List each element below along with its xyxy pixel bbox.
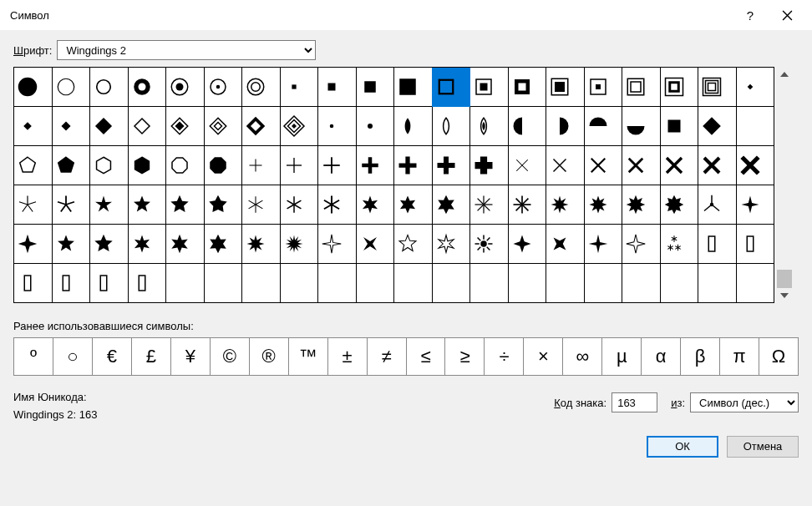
- symbol-cell[interactable]: [90, 225, 129, 264]
- cancel-button[interactable]: Отмена: [727, 436, 799, 458]
- symbol-cell[interactable]: [318, 146, 357, 185]
- recent-symbol[interactable]: π: [720, 338, 759, 375]
- code-input[interactable]: [612, 392, 657, 412]
- symbol-cell[interactable]: [394, 185, 433, 225]
- symbol-cell[interactable]: [394, 146, 433, 185]
- symbol-cell[interactable]: [280, 146, 318, 185]
- symbol-cell[interactable]: [318, 185, 357, 225]
- symbol-cell[interactable]: [546, 107, 585, 146]
- symbol-cell[interactable]: [546, 264, 585, 303]
- recent-symbol[interactable]: µ: [602, 338, 642, 375]
- symbol-cell[interactable]: [90, 68, 129, 107]
- symbol-cell[interactable]: [318, 107, 357, 146]
- scroll-up-icon[interactable]: [777, 67, 792, 82]
- symbol-cell[interactable]: [242, 146, 281, 185]
- symbol-cell[interactable]: [166, 107, 205, 146]
- symbol-cell[interactable]: [280, 185, 318, 225]
- symbol-cell[interactable]: [356, 68, 394, 107]
- symbol-cell[interactable]: [660, 68, 698, 107]
- symbol-cell[interactable]: [736, 68, 774, 107]
- recent-symbol[interactable]: £: [132, 338, 171, 375]
- from-select[interactable]: Символ (дес.): [690, 392, 799, 412]
- symbol-cell[interactable]: [280, 225, 318, 264]
- symbol-cell[interactable]: [90, 107, 129, 146]
- symbol-cell[interactable]: [394, 107, 433, 146]
- symbol-cell[interactable]: [128, 146, 166, 185]
- symbol-cell[interactable]: [584, 185, 622, 225]
- close-icon[interactable]: [769, 3, 805, 28]
- symbol-cell[interactable]: [356, 107, 394, 146]
- symbol-cell[interactable]: [660, 225, 698, 264]
- symbol-cell[interactable]: [660, 146, 698, 185]
- symbol-cell[interactable]: [546, 225, 585, 264]
- symbol-cell[interactable]: [394, 68, 433, 107]
- symbol-cell[interactable]: [508, 146, 546, 185]
- symbol-cell[interactable]: [736, 107, 774, 146]
- symbol-cell[interactable]: [166, 146, 205, 185]
- recent-symbol[interactable]: ○: [53, 338, 93, 375]
- symbol-cell[interactable]: [508, 185, 546, 225]
- recent-symbol[interactable]: ≥: [445, 338, 485, 375]
- symbol-cell[interactable]: [508, 264, 546, 303]
- symbol-cell[interactable]: [622, 68, 661, 107]
- symbol-cell[interactable]: [470, 146, 509, 185]
- symbol-cell[interactable]: [90, 146, 129, 185]
- symbol-cell[interactable]: [90, 264, 129, 303]
- symbol-cell[interactable]: [166, 185, 205, 225]
- symbol-cell[interactable]: [242, 107, 281, 146]
- symbol-cell[interactable]: [14, 264, 53, 303]
- symbol-cell[interactable]: [52, 225, 90, 264]
- symbol-cell[interactable]: [166, 264, 205, 303]
- symbol-cell[interactable]: [204, 185, 242, 225]
- recent-symbol[interactable]: ×: [524, 338, 563, 375]
- symbol-cell[interactable]: [204, 225, 242, 264]
- symbol-cell[interactable]: [508, 225, 546, 264]
- symbol-cell[interactable]: [546, 68, 585, 107]
- symbol-cell[interactable]: [52, 264, 90, 303]
- scroll-down-icon[interactable]: [777, 288, 792, 303]
- symbol-cell[interactable]: [14, 146, 53, 185]
- recent-symbol[interactable]: Ω: [759, 338, 798, 375]
- symbol-cell[interactable]: [14, 107, 53, 146]
- symbol-cell[interactable]: [432, 185, 470, 225]
- symbol-cell[interactable]: [432, 225, 470, 264]
- recent-symbol[interactable]: ≠: [368, 338, 407, 375]
- symbol-grid[interactable]: [13, 67, 774, 303]
- symbol-cell[interactable]: [736, 264, 774, 303]
- symbol-cell[interactable]: [432, 146, 470, 185]
- symbol-cell[interactable]: [432, 68, 470, 107]
- symbol-cell[interactable]: [204, 146, 242, 185]
- symbol-cell[interactable]: [698, 107, 737, 146]
- symbol-cell[interactable]: [470, 264, 509, 303]
- symbol-cell[interactable]: [280, 68, 318, 107]
- symbol-cell[interactable]: [698, 185, 737, 225]
- symbol-cell[interactable]: [622, 107, 661, 146]
- symbol-cell[interactable]: [736, 225, 774, 264]
- symbol-cell[interactable]: [508, 107, 546, 146]
- symbol-cell[interactable]: [356, 264, 394, 303]
- symbol-cell[interactable]: [508, 68, 546, 107]
- ok-button[interactable]: ОК: [647, 436, 718, 458]
- symbol-cell[interactable]: [584, 107, 622, 146]
- recent-symbol[interactable]: ©: [211, 338, 250, 375]
- symbol-cell[interactable]: [280, 107, 318, 146]
- symbol-cell[interactable]: [660, 107, 698, 146]
- recent-symbol[interactable]: ≤: [407, 338, 446, 375]
- symbol-cell[interactable]: [242, 225, 281, 264]
- symbol-cell[interactable]: [128, 107, 166, 146]
- symbol-cell[interactable]: [242, 264, 281, 303]
- symbol-cell[interactable]: [242, 185, 281, 225]
- symbol-cell[interactable]: [14, 68, 53, 107]
- symbol-cell[interactable]: [660, 185, 698, 225]
- symbol-cell[interactable]: [432, 264, 470, 303]
- symbol-cell[interactable]: [90, 185, 129, 225]
- symbol-cell[interactable]: [698, 264, 737, 303]
- scrollbar[interactable]: [776, 67, 793, 303]
- symbol-cell[interactable]: [584, 146, 622, 185]
- recent-symbol[interactable]: ¥: [171, 338, 211, 375]
- symbol-cell[interactable]: [166, 68, 205, 107]
- symbol-cell[interactable]: [356, 146, 394, 185]
- symbol-cell[interactable]: [622, 225, 661, 264]
- symbol-cell[interactable]: [204, 68, 242, 107]
- symbol-cell[interactable]: [52, 68, 90, 107]
